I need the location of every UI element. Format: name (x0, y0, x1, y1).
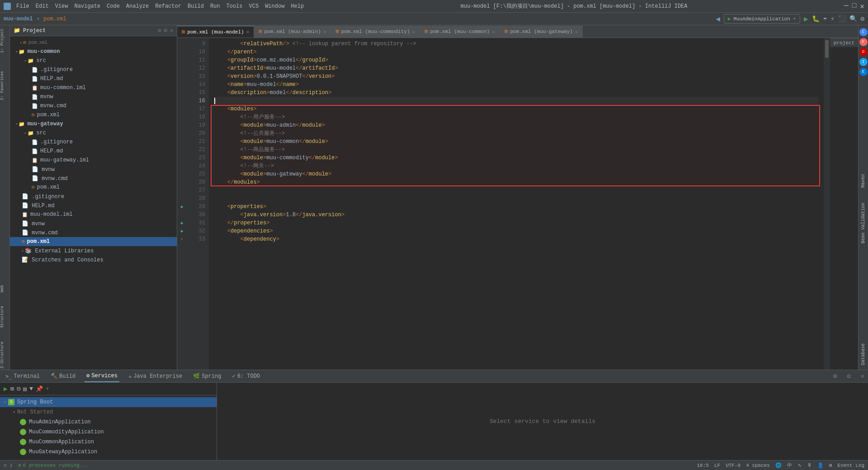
svc-muu-admin-item[interactable]: MuuAdminApplication (0, 417, 217, 427)
menu-analyze[interactable]: Analyze (126, 3, 149, 9)
menu-view[interactable]: View (55, 3, 68, 9)
tree-item-muu-common-pom[interactable]: m pom.xml (10, 110, 177, 119)
tree-item-scratches[interactable]: 📝 Scratches and Consoles (10, 255, 177, 264)
spring-tab[interactable]: 🌿 Spring (191, 370, 223, 382)
tab-pom-muu-commodity[interactable]: m pom.xml (muu-commodity) ✕ (331, 26, 420, 38)
menu-file[interactable]: File (16, 3, 29, 9)
tab-close-muu-model[interactable]: ✕ (246, 29, 250, 35)
menu-window[interactable]: Window (265, 3, 284, 9)
scrollbar-thumb[interactable] (825, 40, 829, 58)
svc-expand-icon[interactable]: ⊞ (10, 385, 14, 393)
tree-item-muu-gateway[interactable]: ▾ 📁 muu-gateway (10, 119, 177, 128)
menu-tools[interactable]: Tools (226, 3, 243, 9)
firefox-icon[interactable]: F (859, 38, 868, 46)
tree-item-muu-gateway-src[interactable]: ▸ 📁 src (10, 128, 177, 138)
tree-item-root-pom[interactable]: ▸ m pom.xml (10, 38, 177, 47)
nav-back-icon[interactable]: ◀ (716, 14, 720, 24)
panel-settings-icon[interactable]: ⚙ (847, 372, 850, 380)
line-ending[interactable]: LF (714, 463, 720, 468)
run-button[interactable]: ▶ (804, 14, 808, 24)
window-controls[interactable]: ─ □ ✕ (844, 2, 864, 11)
minimize-button[interactable]: ─ (844, 2, 849, 11)
menu-edit[interactable]: Edit (36, 3, 49, 9)
tree-item-muu-common-gitignore[interactable]: 📄 .gitignore (10, 65, 177, 74)
maven-tab[interactable]: Maven (860, 171, 867, 190)
debug-button[interactable]: 🐛 (812, 15, 820, 23)
tree-item-root-mvnw[interactable]: 📄 mvnw (10, 219, 177, 228)
svc-muu-gateway-item[interactable]: MuuGatewayApplication (0, 447, 217, 457)
tree-item-muu-gateway-help[interactable]: 📄 HELP.md (10, 147, 177, 156)
tab-pom-muu-model[interactable]: m pom.xml (muu-model) ✕ (177, 26, 254, 38)
stop-button[interactable]: ⬛ (838, 15, 846, 23)
search-everywhere-button[interactable]: 🔍 (849, 15, 857, 23)
tree-item-root-iml[interactable]: 📋 muu-model.iml (10, 210, 177, 219)
tab-pom-muu-admin[interactable]: m pom.xml (muu-admin) ✕ (254, 26, 331, 38)
svc-not-started-item[interactable]: ▾ Not Started (0, 407, 217, 417)
menu-bar[interactable]: File Edit View Navigate Code Analyze Ref… (16, 3, 304, 9)
tab-close-muu-admin[interactable]: ✕ (323, 29, 326, 35)
strip-item-z-structure[interactable]: Z-Structure (0, 340, 9, 370)
menu-build[interactable]: Build (188, 3, 204, 9)
chrome-icon[interactable]: C (859, 28, 868, 36)
editor-scrollbar[interactable] (824, 38, 830, 370)
tab-pom-muu-common[interactable]: m pom.xml (muu-common) ✕ (420, 26, 500, 38)
strip-item-1[interactable]: 1: Project (0, 27, 9, 54)
maximize-button[interactable]: □ (852, 2, 857, 11)
svc-group-icon[interactable]: ▤ (23, 385, 27, 393)
tree-item-muu-common-mvnwcmd[interactable]: 📄 mvnw.cmd (10, 101, 177, 110)
menu-refactor[interactable]: Refactor (155, 3, 181, 9)
code-content[interactable]: <relativePath/> <!-- lookup parent from … (209, 38, 824, 370)
tree-item-muu-gateway-iml[interactable]: 📋 muu-gateway.iml (10, 156, 177, 165)
tab-close-muu-common[interactable]: ✕ (492, 29, 495, 35)
menu-code[interactable]: Code (107, 3, 120, 9)
bean-validation-tab[interactable]: Bean Validation (860, 200, 867, 246)
opera-icon[interactable]: O (859, 48, 868, 56)
build-tab[interactable]: 🔨 Build (49, 370, 77, 382)
tree-item-muu-gateway-mvnwcmd[interactable]: 📄 mvnw.cmd (10, 174, 177, 183)
status-icon-5[interactable]: 👤 (817, 462, 824, 468)
status-icon-6[interactable]: ⊞ (829, 462, 832, 468)
settings-button[interactable]: ⚙ (861, 15, 864, 23)
coverage-button[interactable]: ☂ (823, 15, 827, 23)
tree-item-muu-common-mvnw[interactable]: 📄 mvnw (10, 92, 177, 101)
tree-item-muu-common[interactable]: ▾ 📁 muu-common (10, 47, 177, 56)
menu-help[interactable]: Help (291, 3, 304, 9)
svc-spring-boot-item[interactable]: ▾ S Spring Boot (0, 397, 217, 407)
profile-button[interactable]: ⚡ (830, 15, 834, 23)
indentation[interactable]: 4 spaces (746, 463, 770, 468)
processes-status[interactable]: ⚙ 6 processes running... (18, 462, 89, 468)
status-icon-1[interactable]: 🌐 (775, 462, 782, 468)
strip-item-structure[interactable]: Structure (0, 304, 9, 329)
tab-pom-muu-gateway[interactable]: m pom.xml (muu-gateway) ✕ (500, 26, 583, 38)
menu-navigate[interactable]: Navigate (74, 3, 100, 9)
terminal-tab[interactable]: >_ Terminal (4, 370, 42, 382)
tree-item-root-help[interactable]: 📄 HELP.md (10, 201, 177, 210)
close-button[interactable]: ✕ (860, 2, 864, 11)
panel-restore-icon[interactable]: ⊞ (833, 372, 837, 380)
tree-item-muu-common-help[interactable]: 📄 HELP.md (10, 74, 177, 83)
status-icon-3[interactable]: ∿ (797, 462, 802, 468)
code-editor[interactable]: ◆ ◆ ◆ ⚡ 9 10 11 12 13 14 15 (177, 38, 830, 370)
tree-item-ext-libs[interactable]: ▸ 📚 External Libraries (10, 246, 177, 255)
strip-item-2[interactable]: 2: Favorites (0, 70, 9, 102)
services-tab[interactable]: ⚙ Services (85, 370, 119, 382)
status-icon-2[interactable]: 中 (787, 462, 792, 469)
java-enterprise-tab[interactable]: ☕ Java Enterprise (127, 370, 184, 382)
menu-run[interactable]: Run (210, 3, 220, 9)
svc-filter-icon[interactable]: ▼ (29, 385, 33, 392)
tree-item-muu-gateway-mvnw[interactable]: 📄 mvnw (10, 165, 177, 174)
tree-item-root-gitignore[interactable]: 📄 .gitignore (10, 192, 177, 201)
svc-muu-commodity-item[interactable]: MuuCommodityApplication (0, 427, 217, 437)
project-panel-collapse[interactable]: ⊟ (164, 27, 167, 34)
panel-close-icon[interactable]: ✕ (861, 372, 864, 380)
svc-add-icon[interactable]: + (46, 385, 49, 392)
tree-item-muu-gateway-gitignore[interactable]: 📄 .gitignore (10, 138, 177, 147)
svc-pin-icon[interactable]: 📌 (36, 385, 43, 393)
svc-run-icon[interactable]: ▶ (4, 385, 7, 393)
encoding[interactable]: UTF-8 (726, 463, 741, 468)
event-log[interactable]: Event Log (838, 463, 864, 468)
ie-icon[interactable]: I (859, 58, 868, 66)
tree-item-root-mvnwcmd[interactable]: 📄 mvnw.cmd (10, 228, 177, 237)
svc-collapse-icon[interactable]: ⊟ (17, 385, 20, 393)
tree-item-muu-common-src[interactable]: ▸ 📁 src (10, 56, 177, 65)
